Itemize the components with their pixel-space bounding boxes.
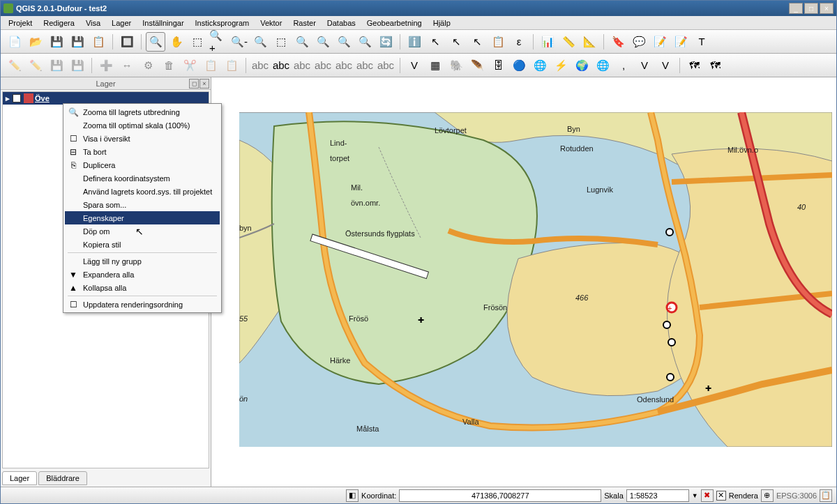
csv-icon[interactable]: , bbox=[614, 56, 633, 75]
edit2-icon[interactable]: ✏️ bbox=[26, 56, 45, 75]
ctx-zoom-extent[interactable]: 🔍Zooma till lagrets utbredning bbox=[65, 105, 220, 119]
label-abc5-icon[interactable]: abc bbox=[334, 56, 354, 75]
ctx-update-order[interactable]: ☐Uppdatera renderingsordning bbox=[65, 298, 220, 311]
ctx-properties[interactable]: Egenskaper bbox=[65, 211, 220, 224]
label-abc2-icon[interactable]: abc bbox=[271, 56, 291, 75]
pan-icon[interactable]: 🔍 bbox=[146, 32, 165, 52]
db-icon[interactable]: 🐘 bbox=[446, 56, 466, 75]
ctx-copy-style[interactable]: Kopiera stil bbox=[65, 238, 220, 251]
identify-icon[interactable]: ℹ️ bbox=[405, 32, 424, 52]
menu-installningar[interactable]: Inställningar bbox=[137, 17, 189, 29]
map-canvas[interactable]: ✚ ✚ + Lind-torpet Lövtorpet Byn Rotudden… bbox=[211, 77, 836, 487]
composer2-icon[interactable]: 🗺 bbox=[705, 56, 725, 75]
layer-checkbox[interactable]: ✕ bbox=[13, 94, 21, 102]
menu-projekt[interactable]: Projekt bbox=[3, 17, 38, 29]
edit-icon[interactable]: ✏️ bbox=[5, 56, 24, 75]
ctx-expand-all[interactable]: ▼Expandera alla bbox=[65, 268, 220, 281]
deselect-icon[interactable]: ↖ bbox=[446, 32, 466, 52]
hand-icon[interactable]: ✋ bbox=[167, 32, 186, 52]
paste-icon[interactable]: 📋 bbox=[222, 56, 241, 75]
crs-icon[interactable]: ⊕ bbox=[761, 489, 774, 502]
save-edits-icon[interactable]: 💾 bbox=[47, 56, 66, 75]
menu-databas[interactable]: Databas bbox=[322, 17, 361, 29]
ctx-remove[interactable]: ⊟Ta bort bbox=[65, 145, 220, 158]
render-checkbox[interactable]: ✕ bbox=[716, 491, 726, 501]
annotation-icon[interactable]: 📝 bbox=[650, 32, 670, 52]
coordinate-input[interactable] bbox=[399, 489, 601, 502]
stop-render-icon[interactable]: ✖ bbox=[701, 489, 714, 502]
zoom-layer-icon[interactable]: 🔍 bbox=[313, 32, 333, 52]
ctx-crs-project[interactable]: Använd lagrets koord.sys. till projektet bbox=[65, 185, 220, 198]
zoom-in-icon[interactable]: 🔍+ bbox=[209, 32, 228, 52]
measure-area-icon[interactable]: 📐 bbox=[580, 32, 599, 52]
node-tool-icon[interactable]: ⚙ bbox=[138, 56, 158, 75]
menu-redigera[interactable]: Redigera bbox=[38, 17, 80, 29]
text-icon[interactable]: T bbox=[692, 32, 711, 52]
close-button[interactable]: × bbox=[820, 3, 834, 14]
mssql-icon[interactable]: 🗄 bbox=[488, 56, 508, 75]
ctx-zoom-optimal[interactable]: Zooma till optimal skala (100%) bbox=[65, 119, 220, 132]
measure-icon[interactable]: 📏 bbox=[559, 32, 578, 52]
select-icon[interactable]: ↖ bbox=[425, 32, 445, 52]
copy-icon[interactable]: 📋 bbox=[201, 56, 220, 75]
gpx-icon[interactable]: V bbox=[635, 56, 654, 75]
zoom-native-icon[interactable]: 🔍 bbox=[250, 32, 270, 52]
zoom-out-icon[interactable]: 🔍- bbox=[229, 32, 249, 52]
zoom-next-icon[interactable]: 🔍 bbox=[355, 32, 375, 52]
tip-icon[interactable]: 💬 bbox=[629, 32, 649, 52]
save-edits2-icon[interactable]: 💾 bbox=[68, 56, 87, 75]
raster-icon[interactable]: ▦ bbox=[425, 56, 445, 75]
label-abc4-icon[interactable]: abc bbox=[313, 56, 333, 75]
panel-close-icon[interactable]: × bbox=[199, 79, 209, 89]
new-vector-icon[interactable]: V bbox=[656, 56, 675, 75]
save-icon[interactable]: 💾 bbox=[47, 32, 66, 52]
refresh-icon[interactable]: 🔄 bbox=[376, 32, 395, 52]
menu-hjalp[interactable]: Hjälp bbox=[428, 17, 456, 29]
field-calc-icon[interactable]: 📊 bbox=[538, 32, 557, 52]
tab-bladdrare[interactable]: Bläddrare bbox=[38, 471, 87, 485]
ctx-duplicate[interactable]: ⎘Duplicera bbox=[65, 158, 220, 171]
tab-lager[interactable]: Lager bbox=[2, 471, 37, 485]
wfs-icon[interactable]: 🌍 bbox=[572, 56, 591, 75]
wcs-icon[interactable]: ⚡ bbox=[551, 56, 571, 75]
composer-icon[interactable]: 🗺 bbox=[684, 56, 704, 75]
ctx-rename[interactable]: Döp om bbox=[65, 224, 220, 238]
delete-icon[interactable]: 🗑 bbox=[159, 56, 179, 75]
spatialite-icon[interactable]: 🪶 bbox=[467, 56, 487, 75]
menu-vektor[interactable]: Vektor bbox=[255, 17, 287, 29]
new-project-icon[interactable]: 📄 bbox=[5, 32, 24, 52]
ctx-save-as[interactable]: Spara som... bbox=[65, 198, 220, 211]
menu-lager[interactable]: Lager bbox=[106, 17, 137, 29]
zoom-full-icon[interactable]: 🔲 bbox=[117, 32, 137, 52]
save-as-icon[interactable]: 💾 bbox=[68, 32, 87, 52]
label-abc3-icon[interactable]: abc bbox=[292, 56, 312, 75]
annotation2-icon[interactable]: 📝 bbox=[671, 32, 691, 52]
bookmark-icon[interactable]: 🔖 bbox=[608, 32, 628, 52]
attr-table-icon[interactable]: 📋 bbox=[488, 32, 508, 52]
panel-dock-icon[interactable]: ◻ bbox=[189, 79, 199, 89]
open-project-icon[interactable]: 📂 bbox=[26, 32, 45, 52]
zoom-selection-icon[interactable]: 🔍 bbox=[292, 32, 312, 52]
zoom-last-icon[interactable]: 🔍 bbox=[334, 32, 354, 52]
minimize-button[interactable]: _ bbox=[789, 3, 803, 14]
maximize-button[interactable]: □ bbox=[804, 3, 818, 14]
select-expr-icon[interactable]: ↖ bbox=[467, 32, 487, 52]
ctx-collapse-all[interactable]: ▲Kollapsa alla bbox=[65, 281, 220, 294]
vector-icon[interactable]: V bbox=[405, 56, 424, 75]
zoom-extent-icon[interactable]: ⬚ bbox=[271, 32, 291, 52]
scale-input[interactable] bbox=[626, 489, 689, 502]
menu-raster[interactable]: Raster bbox=[287, 17, 321, 29]
menu-geobearbetning[interactable]: Geobearbetning bbox=[361, 17, 428, 29]
oracle-icon[interactable]: 🔵 bbox=[509, 56, 529, 75]
menu-insticksprogram[interactable]: Insticksprogram bbox=[190, 17, 255, 29]
wms-icon[interactable]: 🌐 bbox=[530, 56, 550, 75]
ctx-crs[interactable]: Definera koordinatsystem bbox=[65, 171, 220, 185]
ctx-overview[interactable]: ☐Visa i översikt bbox=[65, 132, 220, 145]
move-feature-icon[interactable]: ↔ bbox=[117, 56, 137, 75]
label-abc6-icon[interactable]: abc bbox=[355, 56, 375, 75]
delimited-icon[interactable]: 🌐 bbox=[593, 56, 612, 75]
pan-selection-icon[interactable]: ⬚ bbox=[188, 32, 207, 52]
menu-visa[interactable]: Visa bbox=[80, 17, 106, 29]
expression-icon[interactable]: ε bbox=[509, 32, 529, 52]
ctx-add-group[interactable]: Lägg till ny grupp bbox=[65, 254, 220, 268]
